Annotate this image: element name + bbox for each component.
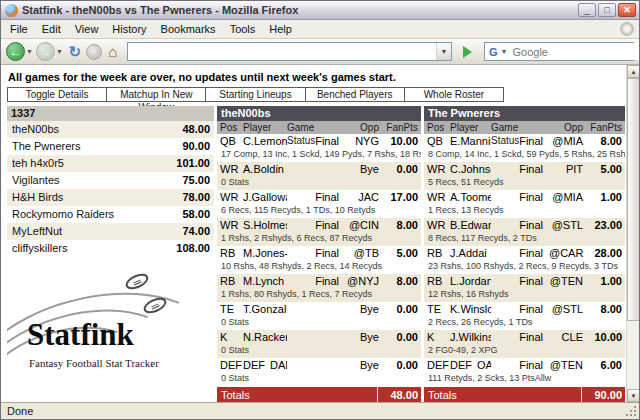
scroll-up-icon[interactable]: ▲ xyxy=(627,65,639,78)
roster-table-left: theN00bsPosPlayerGame StatusOppFanPtsQBC… xyxy=(217,106,421,402)
standings-row[interactable]: The Pwnerers90.00 xyxy=(7,138,214,155)
roster-column-header: PosPlayerGame StatusOppFanPts xyxy=(217,121,421,134)
totals-label: Totals xyxy=(424,387,581,402)
fanpts-cell: 0.00 xyxy=(379,330,421,345)
menu-edit[interactable]: Edit xyxy=(35,21,68,37)
stop-button[interactable]: ✕ xyxy=(86,44,102,60)
search-engine-dropdown-icon[interactable]: ▼ xyxy=(501,48,508,55)
totals-value: 48.00 xyxy=(377,387,421,402)
url-dropdown-icon[interactable]: ▼ xyxy=(436,43,451,60)
player-row[interactable]: KN.RackersARIBye0.00 xyxy=(217,330,421,345)
player-row[interactable]: WRS.HolmesPITFinal@CIN8.00 xyxy=(217,218,421,233)
minimize-button[interactable]: _ xyxy=(578,3,596,17)
player-row[interactable]: WRC.JohnsonCINFinalPIT5.00 xyxy=(424,162,625,177)
player-row[interactable]: WRA.ToomerNYGFinal@MIA1.00 xyxy=(424,190,625,205)
button-whole-roster[interactable]: Whole Roster xyxy=(404,87,504,102)
fanpts-cell: 23.00 xyxy=(583,218,625,233)
player-row[interactable]: RBJ.AddaiINDFinal@CAR28.00 xyxy=(424,246,625,261)
search-input[interactable] xyxy=(511,43,640,60)
player-row[interactable]: TET.GonzalezKCBye0.00 xyxy=(217,302,421,317)
url-input[interactable] xyxy=(128,43,436,60)
player-group: QBE.ManningNYGFinal@MIA8.008 Comp, 14 In… xyxy=(424,134,625,162)
player-group: WRS.HolmesPITFinal@CIN8.001 Rshs, 2 Rshy… xyxy=(217,218,421,246)
player-row[interactable]: WRJ.GallowayTBFinalJAC17.00 xyxy=(217,190,421,205)
player-group: WRC.JohnsonCINFinalPIT5.005 Recs, 51 Rec… xyxy=(424,162,625,190)
player-name-cell: DEFOAK xyxy=(450,358,491,373)
roster-totals: Totals90.00 xyxy=(424,387,625,402)
button-benched-players[interactable]: Benched Players xyxy=(305,87,405,102)
button-toggle-details[interactable]: Toggle Details xyxy=(7,87,107,102)
fanpts-cell: 10.00 xyxy=(583,330,625,345)
back-button[interactable]: ← xyxy=(6,42,25,61)
player-row[interactable]: RBM.Jones-DrewJACFinal@TB5.00 xyxy=(217,246,421,261)
position-cell: TE xyxy=(217,302,243,317)
league-name: 1337 xyxy=(7,106,214,121)
player-name: C.Lemon xyxy=(243,135,287,147)
player-name-cell: DEFDAL xyxy=(243,358,287,373)
player-name: T.Gonzalez xyxy=(243,303,287,315)
button-matchup-in-new-window[interactable]: Matchup In New Window xyxy=(106,87,206,102)
standings-row[interactable]: teh h4x0r5101.00 xyxy=(7,155,214,172)
go-button[interactable] xyxy=(457,42,477,61)
fanpts-cell: 1.00 xyxy=(583,190,625,205)
player-row[interactable]: TEK.WinslowCLEFinal@STL8.00 xyxy=(424,302,625,317)
opponent-cell: CLE xyxy=(549,330,583,345)
home-button[interactable]: ⌂ xyxy=(104,43,122,60)
url-bar: ▼ xyxy=(127,42,452,61)
menu-help[interactable]: Help xyxy=(262,21,299,37)
reload-button[interactable]: ↻ xyxy=(66,43,84,61)
player-name-cell: C.LemonMIA xyxy=(243,134,287,149)
menu-tools[interactable]: Tools xyxy=(223,21,263,37)
close-button[interactable]: ✕ xyxy=(618,3,636,17)
player-name-cell: B.EdwardsCLE xyxy=(450,218,491,233)
stat-line: 8 Recs, 117 Recyds, 2 TDs xyxy=(424,233,625,246)
standings-row[interactable]: H&H Birds78.00 xyxy=(7,189,214,206)
standings-row[interactable]: Rockymomo Raiders58.00 xyxy=(7,206,214,223)
fanpts-cell: 5.00 xyxy=(379,246,421,261)
menu-history[interactable]: History xyxy=(105,21,153,37)
back-dropdown-icon[interactable]: ▼ xyxy=(26,48,33,55)
player-row[interactable]: KJ.WilkinsSTLFinalCLE10.00 xyxy=(424,330,625,345)
player-nfl-team: DAL xyxy=(270,359,287,371)
game-status-cell: Final xyxy=(491,218,549,233)
position-cell: DEF xyxy=(217,358,243,373)
position-cell: WR xyxy=(217,190,243,205)
player-row[interactable]: WRA.BoldinARIBye0.00 xyxy=(217,162,421,177)
game-status-cell xyxy=(287,330,345,345)
stat-line: 12 Rshs, 16 Rshyds xyxy=(424,289,625,302)
player-group: WRB.EdwardsCLEFinal@STL23.008 Recs, 117 … xyxy=(424,218,625,246)
fanpts-cell: 1.00 xyxy=(583,274,625,289)
button-starting-lineups[interactable]: Starting Lineups xyxy=(205,87,305,102)
team-name: H&H Birds xyxy=(12,189,182,206)
player-row[interactable]: RBM.LynchBUFFinal@NYJ8.00 xyxy=(217,274,421,289)
player-row[interactable]: DEFDEFDALBye0.00 xyxy=(217,358,421,373)
maximize-button[interactable]: □ xyxy=(598,3,616,17)
standings-row[interactable]: cliffyskillers108.00 xyxy=(7,240,214,257)
forward-dropdown-icon[interactable]: ▼ xyxy=(56,48,63,55)
game-status-cell xyxy=(287,302,345,317)
resize-grip[interactable] xyxy=(625,405,637,417)
totals-label: Totals xyxy=(217,387,377,402)
position-cell: WR xyxy=(424,218,450,233)
menu-file[interactable]: File xyxy=(3,21,35,37)
forward-button[interactable]: → xyxy=(36,42,55,61)
standings-row[interactable]: Vigilantes75.00 xyxy=(7,172,214,189)
player-row[interactable]: QBC.LemonMIAFinalNYG10.00 xyxy=(217,134,421,149)
fanpts-cell: 0.00 xyxy=(379,302,421,317)
player-row[interactable]: DEFDEFOAKFinal@TEN6.00 xyxy=(424,358,625,373)
standings-row[interactable]: theN00bs48.00 xyxy=(7,121,214,138)
stat-line: 2 Recs, 26 Recyds, 1 TDs xyxy=(424,317,625,330)
opponent-cell: @STL xyxy=(549,302,583,317)
player-row[interactable]: QBE.ManningNYGFinal@MIA8.00 xyxy=(424,134,625,149)
menu-bookmarks[interactable]: Bookmarks xyxy=(154,21,223,37)
player-group: QBC.LemonMIAFinalNYG10.0017 Comp, 13 Inc… xyxy=(217,134,421,162)
player-row[interactable]: WRB.EdwardsCLEFinal@STL23.00 xyxy=(424,218,625,233)
scroll-down-icon[interactable]: ▼ xyxy=(627,389,639,402)
player-group: DEFDEFDALBye0.000 Stats xyxy=(217,358,421,386)
standings-row[interactable]: MyLeftNut74.00 xyxy=(7,223,214,240)
vertical-scrollbar[interactable]: ▲ ▼ xyxy=(626,65,639,402)
opponent-cell: @TB xyxy=(345,246,379,261)
scrollbar-thumb[interactable] xyxy=(627,78,639,321)
menu-view[interactable]: View xyxy=(68,21,106,37)
player-row[interactable]: RBL.JordanOAKFinal@TEN1.00 xyxy=(424,274,625,289)
